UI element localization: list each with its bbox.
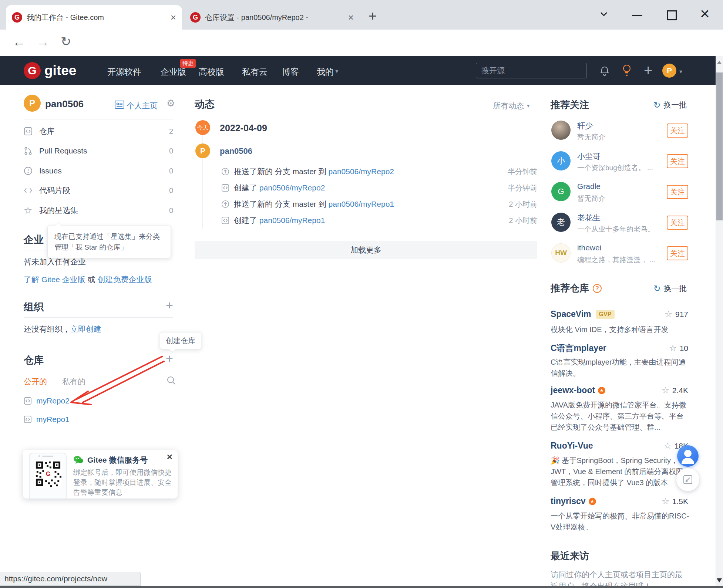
or-text: 或 xyxy=(85,275,98,284)
repo-link[interactable]: myRepo1 xyxy=(36,415,70,424)
bell-icon[interactable] xyxy=(599,64,610,77)
follow-button[interactable]: 关注 xyxy=(667,124,688,138)
wechat-card-desc: 绑定帐号后，即可使用微信快捷登录，随时掌握项目进展、安全告警等重要信息 xyxy=(73,467,172,497)
chevron-down-icon[interactable]: ▾ xyxy=(679,68,682,75)
add-org-icon[interactable]: + xyxy=(166,298,173,312)
follow-button[interactable]: 关注 xyxy=(667,185,688,199)
reload-button[interactable]: ↻ xyxy=(61,34,71,49)
action-text: 创建了 xyxy=(234,183,257,192)
sidebar-item-label: 我的星选集 xyxy=(39,205,78,216)
window-close-button[interactable]: × xyxy=(700,4,710,23)
repo-link[interactable]: pan0506/myRepo1 xyxy=(259,216,325,224)
tab-workspace[interactable]: G 我的工作台 - Gitee.com × xyxy=(6,5,182,30)
gitee-favicon: G xyxy=(12,12,22,23)
repo-name[interactable]: jeewx-boot xyxy=(551,385,595,395)
user-avatar[interactable]: HW xyxy=(551,243,571,263)
customer-service-float-button[interactable] xyxy=(677,445,699,467)
refresh-follows-button[interactable]: ↻ 换一批 xyxy=(653,100,687,110)
gitee-logo-text[interactable]: gitee xyxy=(44,63,76,78)
screen: G 我的工作台 - Gitee.com × G 仓库设置 · pan0506/m… xyxy=(0,0,723,588)
feed-username[interactable]: pan0506 xyxy=(220,146,252,156)
star-count[interactable]: ☆10 xyxy=(669,343,688,353)
navbar-search-input[interactable] xyxy=(476,63,587,78)
sidebar-avatar[interactable]: P xyxy=(24,95,41,112)
user-name[interactable]: 小尘哥 xyxy=(577,151,601,162)
user-name[interactable]: 老花生 xyxy=(577,213,601,223)
refresh-repos-button[interactable]: ↻ 换一批 xyxy=(653,283,687,294)
phone-mockup: G xyxy=(29,453,67,499)
card-close-icon[interactable]: × xyxy=(167,451,172,463)
repo-link[interactable]: pan0506/myRepo1 xyxy=(329,200,394,208)
feedback-float-button[interactable] xyxy=(676,468,699,491)
user-avatar[interactable]: P xyxy=(662,64,676,78)
tab-close-icon[interactable]: × xyxy=(171,12,176,23)
nav-item-blog[interactable]: 博客 xyxy=(282,66,299,78)
user-name[interactable]: Gradle xyxy=(577,182,601,191)
follow-button[interactable]: 关注 xyxy=(667,246,688,260)
scrollbar-thumb[interactable] xyxy=(716,72,723,220)
filter-label: 所有动态 xyxy=(493,101,524,111)
sidebar-item-pull-requests[interactable]: Pull Requests 0 xyxy=(24,143,173,159)
tooltip-arrow xyxy=(55,222,62,229)
browser-tabstrip: G 我的工作台 - Gitee.com × G 仓库设置 · pan0506/m… xyxy=(0,0,723,30)
star-count[interactable]: ☆2.4K xyxy=(662,385,688,395)
repo-icon xyxy=(24,397,32,405)
sidebar-item-repos[interactable]: 仓库 2 xyxy=(24,124,173,139)
back-button[interactable]: ← xyxy=(13,34,26,50)
gitee-logo-icon[interactable]: G xyxy=(24,62,41,79)
feed-filter-dropdown[interactable]: 所有动态 ▾ xyxy=(493,101,530,111)
window-minimize-button[interactable] xyxy=(632,15,642,16)
repo-name[interactable]: C语言mplayer xyxy=(551,342,606,354)
star-count[interactable]: ☆1.5K xyxy=(662,496,688,506)
new-tab-button[interactable]: + xyxy=(369,8,377,24)
repo-link[interactable]: pan0506/myRepo2 xyxy=(329,167,394,176)
activity-time: 半分钟前 xyxy=(508,183,537,193)
load-more-button[interactable]: 加载更多 xyxy=(195,241,537,259)
nav-item-education[interactable]: 高校版 xyxy=(199,66,224,78)
homepage-link[interactable]: 个人主页 xyxy=(127,101,158,111)
feed-user-avatar[interactable]: P xyxy=(195,143,210,158)
star-value: 917 xyxy=(675,310,688,319)
enterprise-create-link[interactable]: 创建免费企业版 xyxy=(98,275,152,284)
repo-link[interactable]: pan0506/myRepo2 xyxy=(259,183,325,192)
user-avatar[interactable]: 小 xyxy=(551,151,571,170)
repo-list-item[interactable]: myRepo1 xyxy=(24,415,70,424)
user-name[interactable]: ithewei xyxy=(577,243,601,252)
repo-name[interactable]: tinyriscv xyxy=(551,496,586,506)
enterprise-learn-link[interactable]: 了解 Gitee 企业版 xyxy=(24,275,85,284)
user-avatar[interactable] xyxy=(551,121,571,140)
nav-item-enterprise[interactable]: 企业版 xyxy=(161,66,186,78)
tab-repo-settings[interactable]: G 仓库设置 · pan0506/myRepo2 - × xyxy=(185,5,359,30)
user-name[interactable]: 轩少 xyxy=(577,121,593,131)
nav-item-mine[interactable]: 我的 xyxy=(317,66,334,78)
sidebar-item-issues[interactable]: Issues 0 xyxy=(24,163,173,179)
follow-button[interactable]: 关注 xyxy=(667,216,688,230)
sidebar-username[interactable]: pan0506 xyxy=(45,98,84,110)
repo-name[interactable]: RuoYi-Vue xyxy=(551,441,593,451)
org-empty-row: 还没有组织，立即创建 xyxy=(24,324,101,334)
scrollbar-down-arrow[interactable] xyxy=(717,578,722,582)
user-avatar[interactable]: 老 xyxy=(551,213,571,232)
sidebar-item-star-collections[interactable]: ☆ 我的星选集 0 xyxy=(24,203,173,218)
lightbulb-icon[interactable] xyxy=(622,64,632,78)
star-count[interactable]: ☆917 xyxy=(665,309,688,319)
create-plus-icon[interactable]: + xyxy=(644,62,652,79)
tab-search-chevron-icon[interactable] xyxy=(598,8,610,20)
user-avatar[interactable]: G xyxy=(551,182,571,201)
tab-public-repos[interactable]: 公开的 xyxy=(24,376,47,387)
forward-button[interactable]: → xyxy=(36,34,50,50)
nav-item-private-cloud[interactable]: 私有云 xyxy=(242,66,268,78)
window-maximize-button[interactable] xyxy=(667,10,677,20)
activity-row: 推送了新的 分支 master 到 pan0506/myRepo2 半分钟前 xyxy=(221,165,537,178)
sidebar-item-snippets[interactable]: 代码片段 0 xyxy=(24,183,173,198)
org-create-link[interactable]: 立即创建 xyxy=(70,325,101,333)
tab-close-icon[interactable]: × xyxy=(348,12,354,23)
repo-name[interactable]: SpaceVim xyxy=(551,309,591,319)
follow-user-row: G Gradle 暂无简介 关注 xyxy=(551,182,688,203)
nav-item-opensource[interactable]: 开源软件 xyxy=(107,66,141,78)
gear-icon[interactable]: ⚙ xyxy=(167,98,175,109)
help-question-icon[interactable]: ? xyxy=(593,284,602,293)
refresh-label: 换一批 xyxy=(663,283,687,294)
scrollbar-up-arrow[interactable] xyxy=(717,61,722,64)
follow-button[interactable]: 关注 xyxy=(667,154,688,168)
